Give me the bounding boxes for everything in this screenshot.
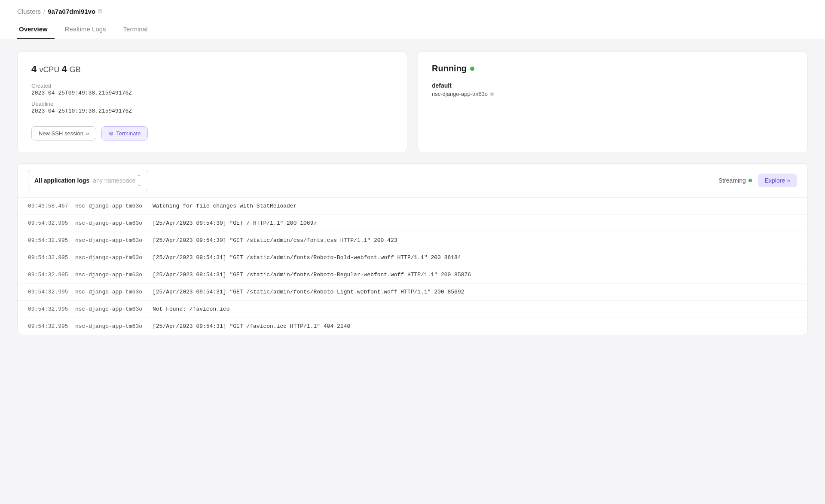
vcpu-unit: vCPU xyxy=(39,65,61,74)
chevron-icon: ⌃⌄ xyxy=(137,174,142,187)
log-message: Not Found: /favicon.ico xyxy=(153,306,797,312)
cards-row: 4 vCPU 4 GB Created 2023-04-25T09:49:38.… xyxy=(17,51,808,153)
status-row: Running xyxy=(432,64,794,73)
log-service: nsc-django-app-tm63o xyxy=(75,272,153,278)
terminate-button[interactable]: ⊗ Terminate xyxy=(101,126,148,141)
spec-title: 4 vCPU 4 GB xyxy=(31,64,393,75)
tab-terminal[interactable]: Terminal xyxy=(122,21,155,39)
copy-id-icon[interactable]: ⧉ xyxy=(98,8,102,15)
streaming-dot xyxy=(749,179,752,182)
card-actions: New SSH session » ⊗ Terminate xyxy=(31,126,393,141)
cluster-spec-card: 4 vCPU 4 GB Created 2023-04-25T09:49:38.… xyxy=(17,51,407,153)
log-entry: 09:49:58.467nsc-django-app-tm63oWatching… xyxy=(18,198,807,215)
log-time: 09:54:32.995 xyxy=(28,323,75,330)
log-entry: 09:54:32.995nsc-django-app-tm63o[25/Apr/… xyxy=(18,232,807,249)
log-service: nsc-django-app-tm63o xyxy=(75,254,153,261)
log-time: 09:49:58.467 xyxy=(28,203,75,209)
log-service: nsc-django-app-tm63o xyxy=(75,306,153,312)
breadcrumb-clusters-link[interactable]: Clusters xyxy=(17,8,41,15)
log-message: [25/Apr/2023 09:54:31] "GET /static/admi… xyxy=(153,272,797,278)
logs-toolbar: All application logs any namespace ⌃⌄ St… xyxy=(18,164,807,198)
log-time: 09:54:32.995 xyxy=(28,220,75,226)
log-message: [25/Apr/2023 09:54:31] "GET /static/admi… xyxy=(153,254,797,261)
log-time: 09:54:32.995 xyxy=(28,306,75,312)
log-entry: 09:54:32.995nsc-django-app-tm63oNot Foun… xyxy=(18,301,807,318)
tab-overview[interactable]: Overview xyxy=(17,21,55,39)
breadcrumb-cluster-id: 9a7a07dmi91vo xyxy=(48,8,95,15)
status-label: Running xyxy=(432,64,467,73)
running-status-dot xyxy=(470,67,474,71)
explore-icon: » xyxy=(787,177,790,184)
logs-filter-main: All application logs xyxy=(34,177,89,184)
log-entry: 09:54:32.995nsc-django-app-tm63o[25/Apr/… xyxy=(18,249,807,266)
log-message: [25/Apr/2023 09:54:31] "GET /static/admi… xyxy=(153,289,797,295)
namespace-label: default xyxy=(432,82,794,89)
log-entry: 09:54:32.995nsc-django-app-tm63o[25/Apr/… xyxy=(18,215,807,232)
breadcrumb-bar: Clusters / 9a7a07dmi91vo ⧉ Overview Real… xyxy=(0,0,825,39)
terminate-icon: ⊗ xyxy=(109,130,113,137)
log-entry: 09:54:32.995nsc-django-app-tm63o[25/Apr/… xyxy=(18,318,807,335)
log-entry: 09:54:32.995nsc-django-app-tm63o[25/Apr/… xyxy=(18,266,807,284)
logs-filter-dropdown[interactable]: All application logs any namespace ⌃⌄ xyxy=(28,170,148,191)
log-service: nsc-django-app-tm63o xyxy=(75,323,153,330)
ssh-button-label: New SSH session xyxy=(39,130,83,137)
log-service: nsc-django-app-tm63o xyxy=(75,289,153,295)
log-time: 09:54:32.995 xyxy=(28,289,75,295)
log-service: nsc-django-app-tm63o xyxy=(75,237,153,244)
logs-filter-text: All application logs any namespace xyxy=(34,177,135,184)
log-service: nsc-django-app-tm63o xyxy=(75,203,153,209)
ram-unit: GB xyxy=(70,65,81,74)
explore-button[interactable]: Explore » xyxy=(758,174,797,187)
log-time: 09:54:32.995 xyxy=(28,237,75,244)
log-service: nsc-django-app-tm63o xyxy=(75,220,153,226)
log-time: 09:54:32.995 xyxy=(28,254,75,261)
tab-realtime-logs[interactable]: Realtime Logs xyxy=(63,21,113,39)
service-name: nsc-django-app-tm63o xyxy=(432,91,488,97)
created-value: 2023-04-25T09:49:38.215949176Z xyxy=(31,90,393,96)
service-status-dot xyxy=(490,92,494,96)
new-ssh-session-button[interactable]: New SSH session » xyxy=(31,126,96,141)
log-message: [25/Apr/2023 09:54:30] "GET / HTTP/1.1" … xyxy=(153,220,797,226)
created-label: Created xyxy=(31,82,393,89)
streaming-label: Streaming xyxy=(718,177,746,184)
log-entry: 09:54:32.995nsc-django-app-tm63o[25/Apr/… xyxy=(18,284,807,301)
logs-right-controls: Streaming Explore » xyxy=(718,174,797,187)
log-message: [25/Apr/2023 09:54:31] "GET /favicon.ico… xyxy=(153,323,797,330)
terminate-label: Terminate xyxy=(116,130,141,137)
breadcrumb-separator: / xyxy=(43,8,45,15)
logs-filter-namespace: any namespace xyxy=(93,177,135,184)
ssh-arrow-icon: » xyxy=(86,130,89,137)
deadline-label: Deadline xyxy=(31,101,393,107)
service-name-row: nsc-django-app-tm63o xyxy=(432,91,794,97)
main-content: 4 vCPU 4 GB Created 2023-04-25T09:49:38.… xyxy=(0,39,825,347)
page-wrapper: Clusters / 9a7a07dmi91vo ⧉ Overview Real… xyxy=(0,0,825,504)
logs-panel: All application logs any namespace ⌃⌄ St… xyxy=(17,163,808,335)
log-entries-list: 09:49:58.467nsc-django-app-tm63oWatching… xyxy=(18,198,807,335)
vcpu-count: 4 xyxy=(31,64,37,74)
ram-count: 4 xyxy=(61,64,67,74)
log-time: 09:54:32.995 xyxy=(28,272,75,278)
deadline-value: 2023-04-25T10:19:38.215949176Z xyxy=(31,108,393,114)
tabs: Overview Realtime Logs Terminal xyxy=(17,21,808,39)
cluster-status-card: Running default nsc-django-app-tm63o xyxy=(418,51,808,153)
breadcrumb: Clusters / 9a7a07dmi91vo ⧉ xyxy=(17,8,808,15)
streaming-indicator: Streaming xyxy=(718,177,752,184)
explore-label: Explore xyxy=(765,177,785,184)
log-message: Watching for file changes with StatReloa… xyxy=(153,203,797,209)
log-message: [25/Apr/2023 09:54:30] "GET /static/admi… xyxy=(153,237,797,244)
